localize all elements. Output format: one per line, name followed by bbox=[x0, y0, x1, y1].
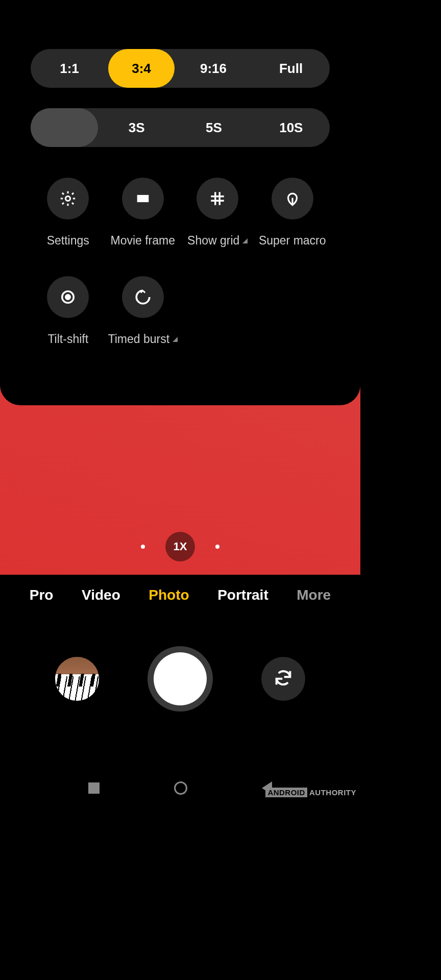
macro-icon bbox=[272, 178, 313, 219]
timer-option[interactable]: 3S bbox=[98, 108, 175, 147]
timer-off-option[interactable] bbox=[31, 108, 98, 147]
zoom-level-badge[interactable]: 1X bbox=[165, 532, 195, 561]
nav-home-button[interactable] bbox=[174, 781, 187, 795]
quick-setting-label: Super macro bbox=[259, 234, 326, 248]
top-settings-panel: 1:1 3:4 9:16 Full 3S 5S 10S Settings Mov… bbox=[0, 0, 360, 405]
svg-point-4 bbox=[66, 295, 70, 300]
movie-frame-button[interactable]: Movie frame bbox=[106, 178, 181, 248]
timer-option[interactable]: 10S bbox=[253, 108, 330, 147]
movie-frame-icon bbox=[122, 178, 164, 219]
mode-pro[interactable]: Pro bbox=[30, 587, 54, 603]
watermark: ANDROID AUTHORITY bbox=[265, 788, 356, 797]
mode-selector[interactable]: Pro Video Photo Portrait More bbox=[0, 587, 360, 603]
svg-rect-2 bbox=[137, 195, 149, 202]
quick-setting-label: Tilt-shift bbox=[47, 332, 88, 346]
quick-setting-label: Movie frame bbox=[110, 234, 175, 248]
timed-burst-icon bbox=[122, 276, 164, 318]
mode-photo[interactable]: Photo bbox=[149, 587, 189, 603]
camera-controls bbox=[0, 646, 360, 712]
quick-setting-label: Settings bbox=[47, 234, 89, 248]
show-grid-button[interactable]: Show grid bbox=[180, 178, 255, 248]
aspect-ratio-option[interactable]: Full bbox=[252, 49, 330, 88]
shutter-button[interactable] bbox=[148, 646, 213, 712]
settings-button[interactable]: Settings bbox=[31, 178, 106, 248]
gallery-thumbnail[interactable] bbox=[55, 657, 99, 701]
timer-selector: 3S 5S 10S bbox=[31, 108, 330, 147]
mode-portrait[interactable]: Portrait bbox=[217, 587, 268, 603]
grid-icon bbox=[197, 178, 238, 219]
shutter-inner bbox=[154, 652, 207, 705]
super-macro-button[interactable]: Super macro bbox=[255, 178, 330, 248]
aspect-ratio-option[interactable]: 3:4 bbox=[108, 49, 175, 88]
gear-icon bbox=[47, 178, 89, 219]
camera-swap-icon bbox=[273, 668, 293, 690]
tilt-shift-icon bbox=[47, 276, 89, 318]
camera-swap-button[interactable] bbox=[261, 657, 305, 701]
quick-settings-row: Settings Movie frame Show grid Super mac… bbox=[31, 178, 330, 248]
aspect-ratio-option[interactable]: 9:16 bbox=[175, 49, 252, 88]
zoom-step-higher[interactable] bbox=[215, 545, 219, 549]
nav-recent-button[interactable] bbox=[88, 782, 100, 794]
quick-setting-label: Timed burst bbox=[108, 332, 178, 346]
submenu-indicator-icon bbox=[173, 337, 178, 342]
aspect-ratio-option[interactable]: 1:1 bbox=[31, 49, 108, 88]
quick-settings-row: Tilt-shift Timed burst bbox=[31, 276, 330, 346]
tilt-shift-button[interactable]: Tilt-shift bbox=[31, 276, 106, 346]
mode-more[interactable]: More bbox=[297, 587, 331, 603]
aspect-ratio-selector: 1:1 3:4 9:16 Full bbox=[31, 49, 330, 88]
zoom-selector[interactable]: 1X bbox=[141, 532, 219, 561]
quick-setting-label: Show grid bbox=[187, 234, 248, 248]
timer-option[interactable]: 5S bbox=[175, 108, 252, 147]
timed-burst-button[interactable]: Timed burst bbox=[106, 276, 181, 346]
mode-video[interactable]: Video bbox=[82, 587, 120, 603]
thumbnail-image bbox=[55, 657, 99, 701]
svg-point-1 bbox=[66, 196, 70, 201]
submenu-indicator-icon bbox=[242, 238, 248, 243]
zoom-step-lower[interactable] bbox=[141, 545, 145, 549]
